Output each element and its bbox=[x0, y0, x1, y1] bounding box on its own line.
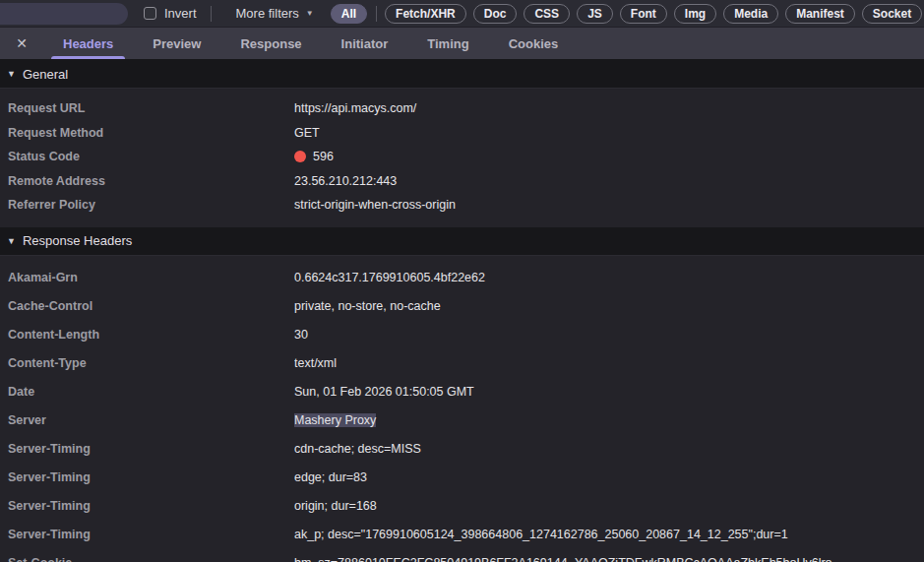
filter-chip-manifest[interactable]: Manifest bbox=[785, 4, 855, 24]
chevron-down-icon: ▼ bbox=[306, 9, 314, 18]
filter-chip-font[interactable]: Font bbox=[620, 4, 667, 24]
request-type-chips: All Fetch/XHR Doc CSS JS Font Img Media … bbox=[331, 4, 924, 24]
header-name: Server bbox=[0, 413, 294, 427]
tab-timing[interactable]: Timing bbox=[413, 28, 482, 59]
header-row: Cache-Control private, no-store, no-cach… bbox=[0, 292, 924, 321]
filter-input[interactable] bbox=[0, 3, 128, 25]
header-value: 30 bbox=[294, 328, 924, 342]
header-name: Set-Cookie bbox=[0, 556, 294, 562]
header-value: text/xml bbox=[294, 356, 924, 370]
section-header-response-headers[interactable]: ▼ Response Headers bbox=[0, 227, 924, 256]
header-row: Server-Timing ak_p; desc="1769910605124_… bbox=[0, 521, 924, 549]
tab-response[interactable]: Response bbox=[226, 28, 315, 59]
header-value: ak_p; desc="1769910605124_398664806_1274… bbox=[294, 528, 924, 541]
header-name: Server-Timing bbox=[0, 499, 294, 513]
invert-label[interactable]: Invert bbox=[164, 6, 197, 21]
header-name: Request URL bbox=[0, 101, 294, 115]
header-row: Content-Type text/xml bbox=[0, 349, 924, 378]
header-row: Server Mashery Proxy bbox=[0, 406, 924, 435]
chips-divider bbox=[376, 6, 377, 22]
header-name: Content-Type bbox=[0, 356, 294, 370]
close-icon[interactable]: ✕ bbox=[0, 28, 43, 59]
header-row: Remote Address 23.56.210.212:443 bbox=[0, 169, 924, 194]
header-row: Referrer Policy strict-origin-when-cross… bbox=[0, 193, 924, 218]
header-row: Server-Timing cdn-cache; desc=MISS bbox=[0, 435, 924, 464]
filter-chip-fetch-xhr[interactable]: Fetch/XHR bbox=[385, 4, 466, 24]
header-row: Request URL https://api.macys.com/ bbox=[0, 96, 924, 121]
status-error-dot-icon bbox=[294, 151, 306, 162]
filter-chip-css[interactable]: CSS bbox=[524, 4, 570, 24]
header-row: Content-Length 30 bbox=[0, 321, 924, 349]
tab-preview[interactable]: Preview bbox=[139, 28, 215, 59]
header-value: private, no-store, no-cache bbox=[294, 299, 924, 313]
header-row: Akamai-Grn 0.6624c317.1769910605.4bf22e6… bbox=[0, 264, 924, 292]
section-header-general[interactable]: ▼ General bbox=[0, 60, 924, 89]
more-filters-dropdown[interactable]: More filters ▼ bbox=[236, 6, 314, 21]
header-row: Server-Timing edge; dur=83 bbox=[0, 464, 924, 492]
filter-chip-all[interactable]: All bbox=[331, 4, 367, 24]
header-row: Date Sun, 01 Feb 2026 01:50:05 GMT bbox=[0, 378, 924, 406]
header-value: 0.6624c317.1769910605.4bf22e62 bbox=[294, 271, 924, 284]
header-value: bm_sz=7886010FEC2FC8504919B6FF2A169144~Y… bbox=[294, 556, 924, 562]
header-row: Request Method GET bbox=[0, 121, 924, 146]
header-row: Status Code 596 bbox=[0, 145, 924, 169]
tab-headers[interactable]: Headers bbox=[49, 28, 127, 59]
header-name: Server-Timing bbox=[0, 470, 294, 484]
collapse-triangle-icon: ▼ bbox=[7, 236, 16, 246]
collapse-triangle-icon: ▼ bbox=[7, 69, 16, 79]
filter-chip-img[interactable]: Img bbox=[674, 4, 716, 24]
header-value: cdn-cache; desc=MISS bbox=[294, 442, 924, 456]
general-rows: Request URL https://api.macys.com/ Reque… bbox=[0, 89, 924, 227]
more-filters-label: More filters bbox=[236, 6, 299, 21]
header-name: Server-Timing bbox=[0, 528, 294, 541]
header-value: GET bbox=[294, 126, 924, 140]
filter-chip-js[interactable]: JS bbox=[577, 4, 613, 24]
header-value: 23.56.210.212:443 bbox=[294, 174, 924, 188]
header-row: Server-Timing origin; dur=168 bbox=[0, 492, 924, 521]
header-value: strict-origin-when-cross-origin bbox=[294, 198, 924, 212]
header-name: Cache-Control bbox=[0, 299, 294, 313]
filter-chip-doc[interactable]: Doc bbox=[473, 4, 518, 24]
header-name: Akamai-Grn bbox=[0, 271, 294, 284]
header-value: origin; dur=168 bbox=[294, 499, 924, 513]
header-name: Request Method bbox=[0, 126, 294, 140]
highlighted-header-value: Mashery Proxy bbox=[294, 413, 376, 427]
network-filter-toolbar: Invert More filters ▼ All Fetch/XHR Doc … bbox=[0, 0, 924, 28]
header-value: Sun, 01 Feb 2026 01:50:05 GMT bbox=[294, 385, 924, 399]
header-name: Content-Length bbox=[0, 328, 294, 342]
header-value: 596 bbox=[294, 150, 924, 163]
toolbar-divider bbox=[211, 6, 212, 22]
response-header-rows: Akamai-Grn 0.6624c317.1769910605.4bf22e6… bbox=[0, 256, 924, 562]
status-code-value: 596 bbox=[313, 150, 334, 163]
filter-chip-socket[interactable]: Socket bbox=[862, 4, 922, 24]
section-title: General bbox=[23, 67, 68, 82]
header-name: Remote Address bbox=[0, 174, 294, 188]
invert-checkbox[interactable] bbox=[144, 7, 156, 20]
header-name: Date bbox=[0, 385, 294, 399]
header-value: edge; dur=83 bbox=[294, 470, 924, 484]
header-name: Status Code bbox=[0, 150, 294, 163]
tab-initiator[interactable]: Initiator bbox=[328, 28, 402, 59]
header-name: Referrer Policy bbox=[0, 198, 294, 212]
request-details-tabbar: ✕ Headers Preview Response Initiator Tim… bbox=[0, 28, 924, 60]
header-row: Set-Cookie bm_sz=7886010FEC2FC8504919B6F… bbox=[0, 549, 924, 562]
filter-chip-media[interactable]: Media bbox=[723, 4, 778, 24]
tab-cookies[interactable]: Cookies bbox=[495, 28, 573, 59]
header-name: Server-Timing bbox=[0, 442, 294, 456]
header-value: Mashery Proxy bbox=[294, 413, 924, 427]
header-value: https://api.macys.com/ bbox=[294, 101, 924, 115]
section-title: Response Headers bbox=[23, 233, 132, 248]
